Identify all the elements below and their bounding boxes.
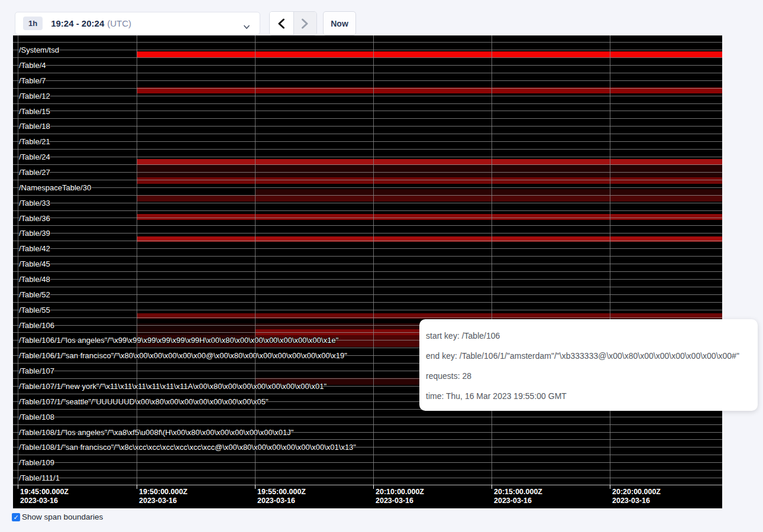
span-boundary-line: [13, 439, 722, 440]
tooltip-start-key: start key: /Table/106: [426, 326, 751, 346]
time-gridline: [373, 35, 374, 485]
span-boundary-line: [13, 264, 722, 264]
chevron-left-icon: [277, 18, 285, 29]
span-boundary-line: [13, 210, 722, 211]
show-span-boundaries-checkbox[interactable]: ✓: [12, 513, 20, 521]
key-visualizer-page: 1h 19:24 - 20:24 (UTC) Now /System/tsd/T…: [0, 0, 763, 532]
span-boundary-line: [13, 57, 722, 58]
span-boundary-line: [13, 149, 722, 150]
span-boundary-line: [13, 65, 722, 66]
x-axis-line: [13, 485, 722, 485]
now-button[interactable]: Now: [323, 11, 356, 35]
span-boundary-line: [13, 256, 722, 257]
tooltip-end-key: end key: /Table/106/1/"amsterdam"/"\xb33…: [426, 346, 751, 366]
chevron-down-icon: [243, 21, 250, 32]
time-gridline: [18, 35, 18, 485]
span-boundary-line: [13, 103, 722, 104]
heat-band[interactable]: [137, 313, 722, 319]
prev-range-button[interactable]: [270, 12, 293, 35]
next-range-button-disabled[interactable]: [293, 12, 317, 35]
range-text: 19:24 - 20:24: [51, 18, 104, 28]
span-boundary-line: [13, 42, 722, 43]
show-span-boundaries-label: Show span boundaries: [22, 512, 103, 521]
span-boundary-line: [13, 50, 722, 50]
row-label: /Table/107/1/"new york"/"\x11\x11\x11\x1…: [19, 382, 326, 391]
row-label: /Table/45: [19, 259, 50, 268]
span-boundary-line: [13, 424, 722, 425]
span-boundary-line: [13, 118, 722, 119]
span-boundary-line: [13, 271, 722, 272]
span-boundary-line: [13, 111, 722, 111]
heat-band[interactable]: [137, 195, 722, 202]
row-label: /NamespaceTable/30: [19, 183, 91, 192]
heat-band[interactable]: [137, 214, 722, 220]
x-axis-tick: [373, 485, 374, 489]
heat-band[interactable]: [137, 165, 722, 177]
span-boundary-line: [13, 126, 722, 126]
row-label: /Table/7: [19, 76, 46, 85]
span-boundary-line: [13, 462, 722, 463]
x-axis-label: 20:15:00.000Z2023-03-16: [494, 488, 542, 505]
x-axis-tick: [18, 485, 18, 489]
heat-band[interactable]: [137, 323, 255, 329]
row-label: /Table/108/1/"san francisco"/"\x8c\xcc\x…: [19, 443, 356, 452]
row-label: /Table/109: [19, 458, 54, 467]
time-range-nav-group: [269, 11, 317, 35]
heat-band[interactable]: [137, 51, 722, 57]
span-boundary-line: [13, 164, 722, 165]
span-boundary-line: [13, 80, 722, 81]
span-boundary-line: [13, 455, 722, 455]
span-boundary-line: [13, 302, 722, 303]
range-timezone: (UTC): [107, 18, 131, 28]
span-boundary-line: [13, 157, 722, 157]
row-label: /Table/52: [19, 290, 50, 299]
row-label: /Table/108: [19, 412, 54, 421]
span-boundary-line: [13, 478, 722, 478]
span-boundary-line: [13, 134, 722, 134]
time-range-select[interactable]: 1h 19:24 - 20:24 (UTC): [15, 12, 260, 35]
keyvis-canvas[interactable]: /System/tsd/Table/4/Table/7/Table/12/Tab…: [13, 35, 722, 508]
span-boundary-line: [13, 279, 722, 280]
span-boundary-line: [13, 417, 722, 417]
row-label: /Table/39: [19, 229, 50, 238]
span-boundary-line: [13, 180, 722, 180]
x-axis-tick: [137, 485, 137, 489]
span-boundary-line: [13, 470, 722, 471]
tooltip-time: time: Thu, 16 Mar 2023 19:55:00 GMT: [426, 386, 751, 406]
heat-band[interactable]: [255, 189, 722, 195]
span-boundary-line: [13, 233, 722, 233]
heat-band[interactable]: [137, 177, 722, 184]
span-boundary-line: [13, 203, 722, 203]
chevron-right-icon: [301, 18, 309, 29]
row-label: /Table/106/1/"san francisco"/"\x80\x00\x…: [19, 351, 347, 360]
x-axis-label: 19:50:00.000Z2023-03-16: [139, 488, 187, 505]
row-label: /Table/24: [19, 153, 50, 161]
x-axis-label: 19:55:00.000Z2023-03-16: [257, 488, 306, 505]
row-label: /Table/106: [19, 320, 54, 329]
row-label: /Table/18: [19, 122, 50, 131]
row-label: /Table/106/1/"los angeles"/"\x99\x99\x99…: [19, 336, 338, 345]
hover-tooltip: start key: /Table/106 end key: /Table/10…: [419, 319, 758, 411]
row-label: /Table/36: [19, 213, 50, 222]
span-boundary-line: [13, 88, 722, 89]
time-gridline: [255, 35, 256, 485]
range-duration-badge: 1h: [23, 17, 43, 30]
footer: ✓ Show span boundaries: [12, 512, 103, 521]
x-axis-label: 20:20:00.000Z2023-03-16: [612, 488, 661, 505]
x-axis-tick: [610, 485, 610, 489]
span-boundary-line: [13, 225, 722, 226]
row-label: /Table/108/1/"los angeles"/"\xa8\xf5\u00…: [19, 427, 293, 436]
row-label: /Table/15: [19, 106, 50, 115]
time-gridline: [137, 35, 137, 485]
row-label: /Table/107: [19, 366, 54, 375]
span-boundary-line: [13, 73, 722, 73]
span-boundary-line: [13, 294, 722, 295]
span-boundary-line: [13, 248, 722, 249]
row-label: /Table/12: [19, 91, 50, 100]
x-axis-tick: [492, 485, 492, 489]
row-label: /Table/55: [19, 305, 50, 314]
span-boundary-line: [13, 317, 722, 318]
row-label: /Table/107/1/"seattle"/"UUUUUUD\x00\x80\…: [19, 397, 269, 406]
x-axis-label: 20:10:00.000Z2023-03-16: [376, 488, 424, 505]
span-boundary-line: [13, 310, 722, 310]
